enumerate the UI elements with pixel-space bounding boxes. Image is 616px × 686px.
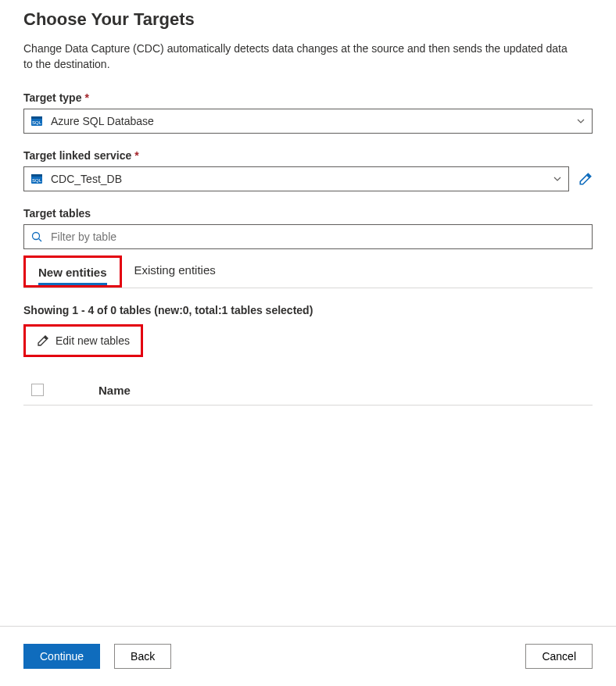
cancel-button[interactable]: Cancel	[525, 644, 593, 669]
back-button[interactable]: Back	[114, 644, 171, 669]
page-title: Choose Your Targets	[23, 9, 593, 30]
search-icon	[30, 230, 43, 243]
target-type-label: Target type*	[23, 91, 593, 104]
sql-icon: SQL	[30, 115, 43, 127]
table-header-row: Name	[23, 376, 593, 406]
tab-new-entities[interactable]: New entities	[26, 258, 120, 285]
target-linked-service-value: CDC_Test_DB	[51, 173, 553, 185]
svg-text:SQL: SQL	[32, 178, 42, 183]
svg-rect-1	[31, 116, 42, 119]
chevron-down-icon	[553, 174, 562, 184]
filter-tables-input-wrap[interactable]	[23, 224, 593, 249]
target-type-dropdown[interactable]: SQL Azure SQL Database	[23, 109, 593, 134]
target-linked-service-label: Target linked service*	[23, 149, 593, 162]
table-status: Showing 1 - 4 of 0 tables (new:0, total:…	[23, 304, 593, 316]
svg-text:SQL: SQL	[32, 120, 42, 125]
entity-tabs: New entities Existing entities	[23, 255, 593, 288]
select-all-checkbox[interactable]	[31, 384, 44, 396]
column-name-header: Name	[98, 384, 131, 397]
page-description: Change Data Capture (CDC) automatically …	[23, 41, 571, 73]
target-linked-service-dropdown[interactable]: SQL CDC_Test_DB	[23, 166, 569, 191]
chevron-down-icon	[576, 116, 586, 126]
filter-tables-input[interactable]	[49, 230, 586, 244]
target-type-value: Azure SQL Database	[51, 115, 576, 127]
edit-new-tables-button[interactable]: Edit new tables	[26, 327, 141, 355]
sql-icon: SQL	[30, 173, 43, 185]
target-tables-label: Target tables	[23, 207, 593, 220]
pencil-icon	[37, 334, 49, 347]
svg-point-6	[33, 232, 40, 239]
svg-rect-4	[31, 174, 42, 177]
edit-linked-service-icon[interactable]	[578, 172, 593, 186]
highlight-new-entities: New entities	[23, 255, 122, 288]
svg-line-7	[39, 238, 42, 241]
continue-button[interactable]: Continue	[23, 644, 100, 669]
tab-existing-entities[interactable]: Existing entities	[122, 255, 228, 288]
highlight-edit-new-tables: Edit new tables	[23, 324, 143, 357]
footer-bar: Continue Back Cancel	[0, 626, 616, 686]
